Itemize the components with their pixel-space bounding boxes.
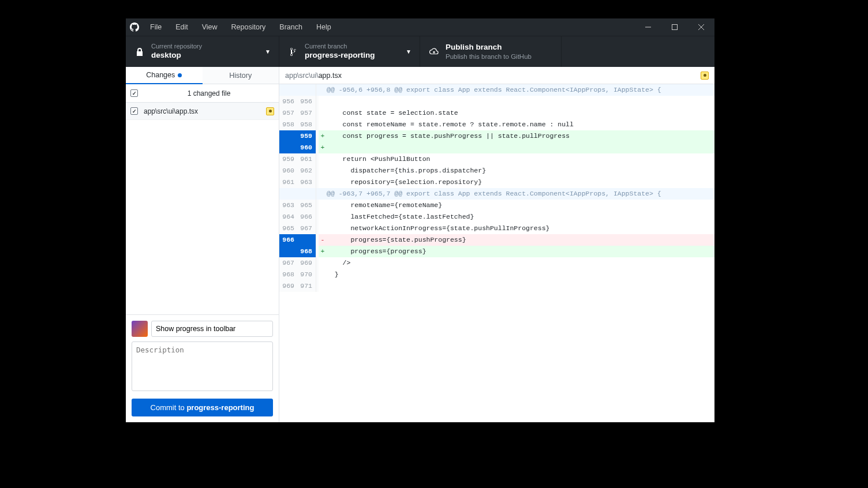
diff-line[interactable]: @@ -956,6 +956,8 @@ export class App ext… xyxy=(279,84,714,96)
tab-history-label: History xyxy=(229,72,252,80)
menu-help[interactable]: Help xyxy=(309,18,338,36)
file-checkbox[interactable] xyxy=(130,107,138,115)
commit-button-prefix: Commit to xyxy=(151,403,187,412)
tab-history[interactable]: History xyxy=(203,67,279,84)
git-branch-icon xyxy=(287,47,299,57)
diff-line[interactable]: 959961 return <PushPullButton xyxy=(279,153,714,165)
diff-line[interactable]: 964966 lastFetched={state.lastFetched} xyxy=(279,211,714,223)
window-minimize-button[interactable] xyxy=(635,18,661,36)
changed-files-count: 1 changed file xyxy=(144,89,274,97)
diff-line[interactable]: 965967 networkActionInProgress={state.pu… xyxy=(279,223,714,234)
diff-line[interactable]: 958958 const remoteName = state.remote ?… xyxy=(279,119,714,130)
commit-form: Commit to progress-reporting xyxy=(126,314,279,422)
diff-file-name: app.tsx xyxy=(319,72,342,80)
publish-subtitle: Publish this branch to GitHub xyxy=(446,52,553,61)
repo-name: desktop xyxy=(151,50,263,61)
caret-down-icon: ▼ xyxy=(403,48,411,55)
window-maximize-button[interactable] xyxy=(661,18,688,36)
menu-repository[interactable]: Repository xyxy=(225,18,273,36)
repo-label: Current repository xyxy=(151,43,263,50)
tab-changes[interactable]: Changes xyxy=(126,67,203,84)
commit-summary-input[interactable] xyxy=(151,321,273,337)
diff-line[interactable]: 961963 repository={selection.repository} xyxy=(279,177,714,188)
branch-label: Current branch xyxy=(305,43,403,50)
app-window: FileEditViewRepositoryBranchHelp Current… xyxy=(126,18,714,422)
changes-indicator-icon xyxy=(178,73,182,77)
github-logo-icon xyxy=(126,22,143,32)
diff-line[interactable]: 967969 /> xyxy=(279,257,714,269)
diff-line[interactable]: 959+ const progress = state.pushProgress… xyxy=(279,130,714,142)
menu-bar: FileEditViewRepositoryBranchHelp xyxy=(143,18,338,36)
tab-changes-label: Changes xyxy=(146,71,175,79)
changes-header: 1 changed file xyxy=(126,84,279,103)
svg-rect-1 xyxy=(672,25,678,30)
repository-selector[interactable]: Current repository desktop ▼ xyxy=(126,36,279,67)
file-path: app\src\ui\app.tsx xyxy=(144,107,266,115)
branch-selector[interactable]: Current branch progress-reporting ▼ xyxy=(279,36,420,67)
menu-view[interactable]: View xyxy=(195,18,225,36)
cloud-upload-icon xyxy=(428,48,440,56)
menu-branch[interactable]: Branch xyxy=(272,18,309,36)
publish-title: Publish branch xyxy=(446,42,553,52)
select-all-checkbox[interactable] xyxy=(130,89,138,97)
titlebar: FileEditViewRepositoryBranchHelp xyxy=(126,18,714,36)
sidebar: Changes History 1 changed file app\src\u… xyxy=(126,67,279,422)
diff-line[interactable]: 960962 dispatcher={this.props.dispatcher… xyxy=(279,165,714,177)
diff-header: app\src\ui\app.tsx xyxy=(279,67,714,84)
changed-file-row[interactable]: app\src\ui\app.tsx xyxy=(126,103,279,120)
diff-pane: app\src\ui\app.tsx @@ -956,6 +956,8 @@ e… xyxy=(279,67,714,422)
diff-line[interactable]: 968970 } xyxy=(279,269,714,280)
avatar xyxy=(132,321,148,337)
diff-line[interactable]: 969971 xyxy=(279,280,714,292)
window-close-button[interactable] xyxy=(688,18,714,36)
modified-badge-icon xyxy=(266,107,274,115)
commit-description-input[interactable] xyxy=(132,341,273,391)
diff-file-path: app\src\ui\ xyxy=(285,72,319,80)
diff-line[interactable]: 966- progress={state.pushProgress} xyxy=(279,234,714,246)
diff-body[interactable]: @@ -956,6 +956,8 @@ export class App ext… xyxy=(279,84,714,422)
diff-line[interactable]: 968+ progress={progress} xyxy=(279,246,714,257)
modified-badge-icon xyxy=(701,72,709,80)
diff-line[interactable]: 957957 const state = selection.state xyxy=(279,107,714,119)
toolbar: Current repository desktop ▼ Current bra… xyxy=(126,36,714,67)
diff-line[interactable]: 960+ xyxy=(279,142,714,153)
diff-line[interactable]: 963965 remoteName={remoteName} xyxy=(279,200,714,211)
diff-line[interactable]: 956956 xyxy=(279,96,714,107)
branch-name: progress-reporting xyxy=(305,50,403,61)
caret-down-icon: ▼ xyxy=(263,48,271,55)
publish-branch-button[interactable]: Publish branch Publish this branch to Gi… xyxy=(420,36,561,67)
commit-button-branch: progress-reporting xyxy=(186,403,254,412)
lock-icon xyxy=(134,47,145,57)
commit-button[interactable]: Commit to progress-reporting xyxy=(132,399,273,416)
menu-edit[interactable]: Edit xyxy=(169,18,195,36)
diff-line[interactable]: @@ -963,7 +965,7 @@ export class App ext… xyxy=(279,188,714,200)
menu-file[interactable]: File xyxy=(143,18,169,36)
